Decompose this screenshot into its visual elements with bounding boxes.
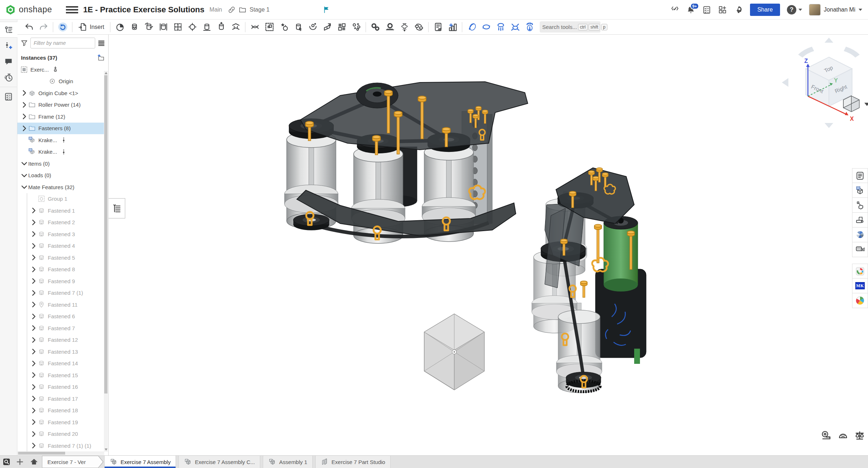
app-mk-button[interactable]: MK xyxy=(852,278,868,293)
expand-chevron-icon[interactable] xyxy=(30,324,38,332)
gear-relation-button[interactable] xyxy=(368,21,383,34)
view-options-button[interactable] xyxy=(843,96,868,112)
animate-rotate-button[interactable] xyxy=(479,21,493,34)
mass-properties-icon[interactable] xyxy=(854,430,865,441)
tree-item-fastened-8[interactable]: Fastened 8 xyxy=(17,264,105,276)
doc-tab-exercise-7-assembly-c[interactable]: Exercise 7 Assembly C... xyxy=(178,456,260,468)
origin-cube-part[interactable] xyxy=(424,314,484,390)
tree-item-fastened-9[interactable]: Fastened 9 xyxy=(17,275,105,287)
planar-mate-button[interactable] xyxy=(170,21,185,34)
panel-variables-button[interactable] xyxy=(852,242,868,257)
expand-chevron-icon[interactable] xyxy=(30,312,38,320)
tree-item-fastened-13[interactable]: Fastened 13 xyxy=(17,346,105,358)
tree-item-fastened-5[interactable]: Fastened 5 xyxy=(17,252,105,264)
tree-item-roller-power-14[interactable]: Roller Power (14) xyxy=(17,99,105,111)
search-tools-input[interactable]: Search tools... ctrl shift p xyxy=(540,21,601,33)
explode-parts-button[interactable] xyxy=(349,21,363,34)
expand-chevron-icon[interactable] xyxy=(30,336,38,344)
filter-funnel-icon[interactable] xyxy=(20,39,28,47)
transform-button[interactable] xyxy=(320,21,334,34)
update-button[interactable] xyxy=(55,21,70,34)
panel-configurations-button[interactable] xyxy=(852,183,868,198)
tree-item-fastened-7-1[interactable]: Fastened 7 (1) xyxy=(17,287,105,299)
scrollbar-up-icon[interactable] xyxy=(105,72,108,74)
code-check-icon[interactable] xyxy=(670,5,679,14)
animate-collapse-button[interactable] xyxy=(508,21,522,34)
view-cube[interactable]: Top Front Right Z X Y xyxy=(782,38,868,128)
assembly-kraken-motor[interactable] xyxy=(532,168,646,393)
collapse-chevron-icon[interactable] xyxy=(20,159,28,167)
help-caret-icon[interactable] xyxy=(799,9,802,11)
expand-chevron-icon[interactable] xyxy=(30,418,38,426)
tree-item-fastened-7[interactable]: Fastened 7 xyxy=(17,322,105,334)
expand-chevron-icon[interactable] xyxy=(30,254,38,261)
tree-vertical-scrollbar[interactable] xyxy=(104,71,108,452)
panel-appearance-button[interactable] xyxy=(852,227,868,242)
expand-chevron-icon[interactable] xyxy=(30,230,38,238)
panel-sheet-metal-button[interactable] xyxy=(852,213,868,227)
stage-breadcrumb[interactable]: Stage 1 xyxy=(249,7,269,13)
rail-comments-button[interactable] xyxy=(0,54,17,69)
belt-relation-button[interactable] xyxy=(412,21,426,34)
rail-checklist-button[interactable] xyxy=(0,89,17,105)
feature-list-flyout-handle[interactable] xyxy=(109,198,125,218)
scrollbar-down-icon[interactable] xyxy=(105,448,108,451)
graphics-viewport[interactable]: Top Front Right Z X Y xyxy=(109,35,868,455)
scrollbar-thumb[interactable] xyxy=(104,75,108,393)
expand-chevron-icon[interactable] xyxy=(30,442,38,450)
tree-item-fastened-15[interactable]: Fastened 15 xyxy=(17,369,105,381)
protractor-icon[interactable] xyxy=(838,430,848,441)
tree-item-fastened-17[interactable]: Fastened 17 xyxy=(17,393,105,405)
tree-item-fastened-12[interactable]: Fastened 12 xyxy=(17,334,105,346)
tree-item-items-0[interactable]: Items (0) xyxy=(17,158,105,170)
user-avatar[interactable] xyxy=(809,4,821,16)
h-scrollbar-thumb[interactable] xyxy=(18,452,65,455)
tree-horizontal-scrollbar[interactable] xyxy=(17,451,104,455)
tree-item-fastened-18[interactable]: Fastened 18 xyxy=(17,405,105,417)
app-color-ring-button[interactable] xyxy=(852,264,868,278)
tree-item-fastened-7-1-1[interactable]: Fastened 7 (1) (1) xyxy=(17,440,105,452)
tree-item-fastened-11[interactable]: Fastened 11 xyxy=(17,299,105,311)
filter-input[interactable] xyxy=(30,38,95,48)
expand-chevron-icon[interactable] xyxy=(20,89,28,97)
tree-item-frame-12[interactable]: Frame (12) xyxy=(17,111,105,123)
onshape-logo[interactable]: onshape xyxy=(0,4,57,15)
tree-item-krake[interactable]: Krake... xyxy=(17,146,105,158)
rail-feature-list-button[interactable] xyxy=(0,22,17,38)
classroom-flag-icon[interactable] xyxy=(323,6,330,14)
add-tab-button[interactable] xyxy=(13,456,27,468)
tree-item-fastened-20[interactable]: Fastened 20 xyxy=(17,428,105,440)
expand-chevron-icon[interactable] xyxy=(30,383,38,391)
doc-tab-assembly-1[interactable]: Assembly 1 xyxy=(263,456,313,468)
screw-relation-button[interactable] xyxy=(397,21,412,34)
expand-chevron-icon[interactable] xyxy=(20,112,28,120)
tree-item-fastened-4[interactable]: Fastened 4 xyxy=(17,240,105,252)
rail-in-context-button[interactable] xyxy=(0,38,17,54)
tab-manager-icon[interactable] xyxy=(0,456,13,468)
home-tab-button[interactable] xyxy=(27,456,41,468)
mate-button[interactable] xyxy=(113,21,127,34)
version-breadcrumb-tab[interactable]: Exercise 7 - Ver xyxy=(42,456,104,468)
doc-tab-exercise-7-assembly[interactable]: Exercise 7 Assembly xyxy=(104,456,176,468)
animate-drop-button[interactable] xyxy=(493,21,508,34)
mate-connector-button[interactable] xyxy=(277,21,291,34)
panel-custom-features-button[interactable] xyxy=(852,198,868,213)
expand-chevron-icon[interactable] xyxy=(20,101,28,109)
tree-item-origin-cube-1[interactable]: Origin Cube <1> xyxy=(17,87,105,99)
collapse-chevron-icon[interactable] xyxy=(20,183,28,191)
linear-pattern-button[interactable] xyxy=(334,21,349,34)
collapse-chevron-icon[interactable] xyxy=(20,171,28,179)
snap-mode-button[interactable] xyxy=(306,21,320,34)
slider-mate-button[interactable] xyxy=(156,21,170,34)
tasks-icon[interactable] xyxy=(702,5,711,14)
insert-button[interactable]: Insert xyxy=(75,21,108,33)
pin-slot-mate-button[interactable] xyxy=(199,21,214,34)
ai-assistant-icon[interactable] xyxy=(734,5,743,14)
rail-version-history-button[interactable] xyxy=(0,69,17,85)
app-color-pie-button[interactable] xyxy=(852,293,868,308)
add-folder-icon[interactable] xyxy=(97,54,105,61)
tree-item-group-1[interactable]: Group 1 xyxy=(17,193,105,205)
parallel-mate-button[interactable] xyxy=(228,21,243,34)
expand-chevron-icon[interactable] xyxy=(30,265,38,273)
assembly-roller-power[interactable] xyxy=(285,82,528,243)
